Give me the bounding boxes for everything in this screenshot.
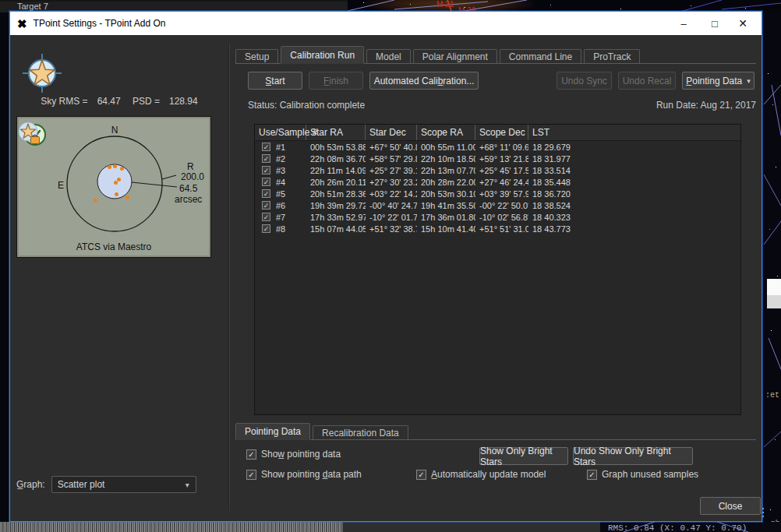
- use-sample-checkbox[interactable]: ✓: [262, 224, 270, 233]
- sample-number: #6: [276, 201, 285, 210]
- finish-button[interactable]: F̲inish: [309, 72, 363, 90]
- radius-label: R: [187, 161, 194, 172]
- close-button[interactable]: Close: [700, 497, 761, 515]
- tpoint-settings-dialog: ✖ TPoint Settings - TPoint Add On – □ ✕ …: [9, 11, 762, 522]
- star-ra-cell: 00h 53m 53.88s: [306, 143, 366, 152]
- scope-ra-cell: 17h 36m 01.80s: [417, 213, 475, 222]
- star-dec-cell: -10° 22' 01.7": [366, 213, 417, 222]
- use-sample-cell: ✓#5: [255, 189, 306, 199]
- m21-label: M 21: [436, 0, 454, 9]
- sky-rms-value: 64.47: [97, 96, 121, 107]
- scope-ra-cell: 15h 10m 41.40s: [417, 224, 475, 234]
- scope-dec-cell: +03° 39' 57.9": [475, 189, 528, 199]
- scope-ra-cell: 19h 41m 35.50s: [417, 201, 475, 210]
- table-rows: ✓#100h 53m 53.88s+67° 50' 40.8"00h 55m 1…: [255, 141, 740, 234]
- star-ra-cell: 17h 33m 52.97s: [306, 213, 366, 222]
- rms-circle-value: 64.5: [179, 183, 198, 194]
- scope-ra-cell: 22h 10m 18.50s: [417, 154, 475, 164]
- graph-type-dropdown[interactable]: Scatter plot ▾: [51, 476, 196, 493]
- scope-dec-cell: +27° 46' 24.4": [475, 178, 528, 187]
- checkbox-check-icon: ✓: [246, 449, 256, 460]
- psd-label: PSD =: [133, 96, 160, 107]
- column-header[interactable]: Scope Dec: [475, 125, 528, 140]
- subtab-recalibration-data[interactable]: Recalibration Data: [313, 425, 408, 439]
- table-row[interactable]: ✓#420h 26m 20.11s+27° 30' 23.2"20h 28m 2…: [255, 176, 740, 188]
- table-row[interactable]: ✓#815h 07m 44.05s+51° 32' 38.7"15h 10m 4…: [255, 223, 740, 234]
- use-sample-checkbox[interactable]: ✓: [262, 166, 270, 174]
- model-stats: Sky RMS =64.47 PSD =128.94: [18, 96, 221, 107]
- tab-polar-alignment[interactable]: Polar Alignment: [413, 49, 497, 63]
- star-dec-cell: +25° 27' 39.1": [366, 166, 417, 175]
- pointing-data-menu-button[interactable]: P̲ointing Data ▾: [682, 72, 754, 90]
- show-pointing-data-checkbox[interactable]: ✓ Show̲ pointing data: [246, 449, 341, 460]
- show-only-bright-stars-button[interactable]: Show Only Bright Stars: [479, 447, 568, 465]
- table-row[interactable]: ✓#222h 08m 36.70s+58° 57' 29.8"22h 10m 1…: [255, 153, 740, 164]
- show-pointing-data-path-checkbox[interactable]: ✓ Show pointing d̲ata path: [246, 469, 362, 480]
- mount-caption: ATCS via Maestro: [17, 241, 210, 252]
- graph-label: G̲raph:: [16, 479, 45, 490]
- maximize-button[interactable]: □: [699, 12, 730, 35]
- automated-calibration-button[interactable]: Automated Calib̲ration...: [369, 72, 479, 90]
- unit-label: arcsec: [175, 194, 202, 205]
- sky-rms-label: Sky RMS =: [41, 96, 87, 107]
- camera-image-strip: [0, 522, 343, 532]
- scatter-point: [115, 192, 118, 196]
- use-sample-checkbox[interactable]: ✓: [262, 189, 270, 198]
- automatically-update-model-checkbox[interactable]: ✓ A̲utomatically update model: [416, 469, 546, 480]
- tab-protrack[interactable]: ProTrack: [584, 49, 640, 63]
- column-header[interactable]: Star RA: [306, 125, 366, 140]
- start-button[interactable]: S̲tart: [248, 72, 302, 90]
- use-sample-checkbox[interactable]: ✓: [262, 154, 270, 163]
- tab-model[interactable]: Model: [366, 49, 411, 63]
- star-ra-cell: 19h 39m 29.72s: [306, 201, 366, 210]
- star-ra-cell: 15h 07m 44.05s: [306, 224, 366, 234]
- star-ra-cell: 22h 11m 14.09s: [306, 166, 366, 175]
- main-tab-bar: Setup Calibration Run Model Polar Alignm…: [235, 46, 756, 64]
- use-sample-checkbox[interactable]: ✓: [262, 213, 270, 221]
- lst-cell: 18 29.679: [528, 143, 740, 152]
- scatter-plot-panel[interactable]: N E R 200.0 64.5 arcsec: [16, 116, 211, 258]
- table-row[interactable]: ✓#322h 11m 14.09s+25° 27' 39.1"22h 13m 0…: [255, 164, 740, 176]
- use-sample-checkbox[interactable]: ✓: [262, 178, 270, 186]
- subtab-pointing-data[interactable]: Pointing Data: [235, 423, 310, 439]
- column-header[interactable]: Star Dec: [366, 125, 417, 140]
- sample-number: #1: [276, 143, 285, 152]
- scope-ra-cell: 20h 53m 30.10s: [417, 189, 475, 199]
- sample-number: #7: [276, 213, 285, 222]
- table-row[interactable]: ✓#717h 33m 52.97s-10° 22' 01.7"17h 36m 0…: [255, 211, 740, 223]
- background-sky-strip: RMS: 0.84 (X: 0.47 Y: 0.70): [600, 522, 781, 532]
- tab-command-line[interactable]: Command Line: [500, 49, 581, 63]
- background-rms-readout: RMS: 0.84 (X: 0.47 Y: 0.70): [608, 523, 747, 532]
- lst-cell: 18 36.720: [528, 189, 740, 199]
- close-window-button[interactable]: ✕: [727, 12, 758, 35]
- scope-ra-cell: 20h 28m 22.00s: [417, 178, 475, 187]
- background-window-fragment: [767, 279, 781, 308]
- minimize-button[interactable]: –: [668, 12, 699, 35]
- star-dec-cell: +27° 30' 23.2": [366, 178, 417, 187]
- scope-ra-cell: 00h 55m 11.00s: [417, 143, 475, 152]
- undo-recal-button[interactable]: Undo Recal: [618, 72, 676, 90]
- use-sample-checkbox[interactable]: ✓: [262, 201, 270, 210]
- sample-number: #4: [276, 178, 285, 187]
- column-header[interactable]: Use/Sample #: [255, 125, 306, 140]
- graph-unused-samples-checkbox[interactable]: ✓ Graph unused samples: [587, 469, 698, 480]
- lst-cell: 18 33.514: [528, 166, 740, 175]
- column-header[interactable]: LST: [528, 125, 740, 140]
- checkbox-label: Graph unused samples: [602, 469, 698, 480]
- table-row[interactable]: ✓#520h 51m 28.36s+03° 22' 14.2"20h 53m 3…: [255, 188, 740, 199]
- column-header[interactable]: Scope RA: [417, 125, 475, 140]
- star-dec-cell: +03° 22' 14.2": [366, 189, 417, 199]
- table-row[interactable]: ✓#100h 53m 53.88s+67° 50' 40.8"00h 55m 1…: [255, 141, 740, 153]
- star-dec-cell: -00° 40' 24.7": [366, 201, 417, 210]
- star-dec-cell: +51° 32' 38.7": [366, 224, 417, 234]
- tab-calibration-run[interactable]: Calibration Run: [281, 46, 364, 63]
- scatter-point: [114, 181, 118, 185]
- undo-show-only-bright-stars-button[interactable]: Undo Show Only Bright Stars: [573, 447, 693, 465]
- use-sample-cell: ✓#8: [255, 224, 306, 234]
- tab-setup[interactable]: Setup: [235, 49, 278, 63]
- title-bar[interactable]: ✖ TPoint Settings - TPoint Add On – □ ✕: [10, 12, 762, 35]
- undo-sync-button[interactable]: Undo Sync: [557, 72, 612, 90]
- use-sample-checkbox[interactable]: ✓: [262, 143, 270, 151]
- scope-dec-cell: +25° 45' 17.5": [475, 166, 528, 175]
- table-row[interactable]: ✓#619h 39m 29.72s-00° 40' 24.7"19h 41m 3…: [255, 199, 740, 211]
